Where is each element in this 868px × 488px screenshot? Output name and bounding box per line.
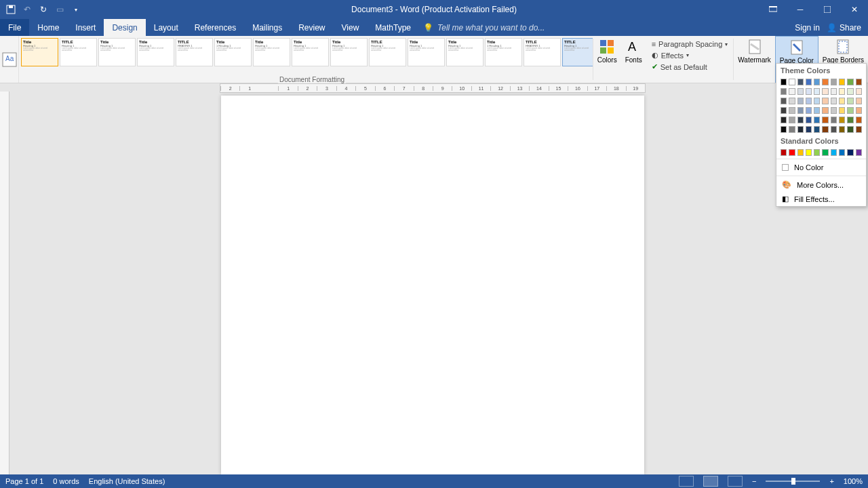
color-swatch[interactable] bbox=[789, 126, 795, 133]
color-swatch[interactable] bbox=[797, 107, 804, 114]
colors-button[interactable]: Colors bbox=[593, 36, 621, 83]
maximize-button[interactable] bbox=[814, 0, 841, 19]
themes-button[interactable]: Aa Themes bbox=[0, 36, 19, 83]
color-swatch[interactable] bbox=[781, 98, 787, 104]
tab-design[interactable]: Design bbox=[104, 19, 145, 36]
color-swatch[interactable] bbox=[814, 79, 820, 85]
zoom-slider[interactable] bbox=[766, 481, 820, 482]
fonts-button[interactable]: A Fonts bbox=[621, 36, 646, 83]
qat-more-icon[interactable]: ▾ bbox=[71, 4, 81, 15]
color-swatch[interactable] bbox=[831, 98, 837, 104]
save-icon[interactable] bbox=[5, 4, 16, 15]
color-swatch[interactable] bbox=[789, 149, 795, 156]
color-swatch[interactable] bbox=[814, 107, 820, 114]
color-swatch[interactable] bbox=[847, 126, 853, 133]
color-swatch[interactable] bbox=[856, 126, 862, 133]
color-swatch[interactable] bbox=[814, 149, 820, 156]
print-layout-button[interactable] bbox=[703, 476, 718, 487]
status-page[interactable]: Page 1 of 1 bbox=[5, 477, 43, 485]
color-swatch[interactable] bbox=[839, 98, 845, 104]
color-swatch[interactable] bbox=[856, 107, 862, 114]
color-swatch[interactable] bbox=[831, 107, 837, 114]
color-swatch[interactable] bbox=[847, 98, 853, 104]
color-swatch[interactable] bbox=[847, 117, 853, 123]
tab-view[interactable]: View bbox=[334, 19, 368, 36]
tab-review[interactable]: Review bbox=[290, 19, 333, 36]
color-swatch[interactable] bbox=[797, 126, 804, 133]
color-swatch[interactable] bbox=[856, 117, 862, 123]
color-swatch[interactable] bbox=[781, 107, 787, 114]
ribbon-options-icon[interactable] bbox=[760, 0, 787, 19]
color-swatch[interactable] bbox=[847, 88, 853, 95]
color-swatch[interactable] bbox=[831, 117, 837, 123]
color-swatch[interactable] bbox=[789, 88, 795, 95]
color-swatch[interactable] bbox=[856, 98, 862, 104]
color-swatch[interactable] bbox=[781, 126, 787, 133]
style-thumbnail[interactable]: TITLEHEADING 1Lorem ipsum dolor sit amet… bbox=[176, 38, 213, 66]
color-swatch[interactable] bbox=[797, 88, 804, 95]
color-swatch[interactable] bbox=[806, 88, 812, 95]
horizontal-ruler[interactable]: 2112345678910111213141516171819 bbox=[220, 83, 646, 93]
color-swatch[interactable] bbox=[822, 126, 828, 133]
style-thumbnail[interactable]: TitleHeading 1Lorem ipsum dolor sit amet… bbox=[98, 38, 136, 66]
minimize-button[interactable]: ─ bbox=[787, 0, 814, 19]
color-swatch[interactable] bbox=[839, 79, 845, 85]
color-swatch[interactable] bbox=[781, 117, 787, 123]
tab-insert[interactable]: Insert bbox=[67, 19, 104, 36]
color-swatch[interactable] bbox=[831, 79, 837, 85]
status-words[interactable]: 0 words bbox=[53, 477, 79, 485]
color-swatch[interactable] bbox=[797, 149, 804, 156]
style-thumbnail[interactable]: TITLEHeading 1Lorem ipsum dolor sit amet… bbox=[369, 38, 406, 66]
color-swatch[interactable] bbox=[839, 107, 845, 114]
color-swatch[interactable] bbox=[856, 149, 862, 156]
tab-mailings[interactable]: Mailings bbox=[244, 19, 290, 36]
tellme-search[interactable]: 💡 Tell me what you want to do... bbox=[419, 19, 545, 36]
color-swatch[interactable] bbox=[806, 149, 812, 156]
share-button[interactable]: 👤 Share bbox=[827, 23, 861, 33]
tab-file[interactable]: File bbox=[0, 19, 29, 36]
style-thumbnail[interactable]: TITLEHeading 1Lorem ipsum dolor sit amet… bbox=[562, 38, 593, 66]
color-swatch[interactable] bbox=[822, 107, 828, 114]
tab-layout[interactable]: Layout bbox=[146, 19, 186, 36]
color-swatch[interactable] bbox=[822, 117, 828, 123]
color-swatch[interactable] bbox=[806, 117, 812, 123]
color-swatch[interactable] bbox=[789, 117, 795, 123]
color-swatch[interactable] bbox=[847, 149, 853, 156]
effects-button[interactable]: ◐ Effects ▾ bbox=[652, 51, 728, 60]
color-swatch[interactable] bbox=[789, 98, 795, 104]
color-swatch[interactable] bbox=[814, 88, 820, 95]
color-swatch[interactable] bbox=[781, 88, 787, 95]
color-swatch[interactable] bbox=[856, 88, 862, 95]
undo-icon[interactable]: ↶ bbox=[22, 4, 33, 15]
document-page[interactable] bbox=[221, 96, 644, 474]
color-swatch[interactable] bbox=[856, 79, 862, 85]
color-swatch[interactable] bbox=[814, 126, 820, 133]
web-layout-button[interactable] bbox=[728, 476, 743, 487]
style-thumbnail[interactable]: TitleHeading 1Lorem ipsum dolor sit amet… bbox=[137, 38, 174, 66]
color-swatch[interactable] bbox=[806, 107, 812, 114]
paragraph-spacing-button[interactable]: ≡ Paragraph Spacing ▾ bbox=[652, 40, 728, 48]
style-thumbnail[interactable]: TitleHeading 1Lorem ipsum dolor sit amet… bbox=[446, 38, 484, 66]
color-swatch[interactable] bbox=[839, 88, 845, 95]
read-mode-button[interactable] bbox=[679, 476, 694, 487]
color-swatch[interactable] bbox=[839, 126, 845, 133]
color-swatch[interactable] bbox=[839, 117, 845, 123]
color-swatch[interactable] bbox=[797, 117, 804, 123]
tab-home[interactable]: Home bbox=[29, 19, 67, 36]
color-swatch[interactable] bbox=[839, 149, 845, 156]
zoom-level[interactable]: 100% bbox=[844, 477, 863, 485]
more-colors-item[interactable]: 🎨 More Colors... bbox=[776, 178, 866, 192]
color-swatch[interactable] bbox=[814, 117, 820, 123]
color-swatch[interactable] bbox=[831, 149, 837, 156]
vertical-ruler[interactable] bbox=[0, 92, 9, 474]
color-swatch[interactable] bbox=[806, 126, 812, 133]
color-swatch[interactable] bbox=[822, 79, 828, 85]
color-swatch[interactable] bbox=[789, 107, 795, 114]
color-swatch[interactable] bbox=[806, 98, 812, 104]
color-swatch[interactable] bbox=[847, 107, 853, 114]
signin-link[interactable]: Sign in bbox=[795, 23, 820, 33]
watermark-button[interactable]: Watermark bbox=[734, 36, 775, 83]
fill-effects-item[interactable]: ◧ Fill Effects... bbox=[776, 192, 866, 206]
tab-mathtype[interactable]: MathType bbox=[367, 19, 419, 36]
color-swatch[interactable] bbox=[789, 79, 795, 85]
